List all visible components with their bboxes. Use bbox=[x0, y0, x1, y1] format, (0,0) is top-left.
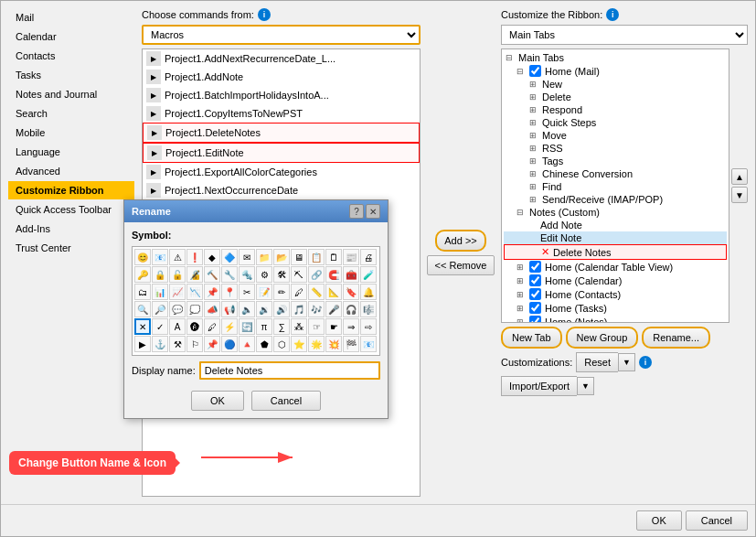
symbol-cell[interactable]: ⬡ bbox=[273, 336, 290, 352]
symbol-cell[interactable]: ⛏ bbox=[291, 266, 307, 283]
symbol-cell[interactable]: 🎶 bbox=[308, 301, 325, 317]
symbol-cell[interactable]: ⚡ bbox=[221, 318, 238, 335]
symbol-cell[interactable]: 📧 bbox=[152, 249, 168, 265]
symbol-cell[interactable]: ✏ bbox=[273, 284, 290, 300]
symbol-cell[interactable]: 💥 bbox=[325, 336, 342, 352]
tree-item[interactable]: ⊞ Home (Calendar) bbox=[504, 274, 727, 287]
scroll-down-button[interactable]: ▼ bbox=[731, 187, 748, 203]
symbol-cell[interactable]: 🔩 bbox=[239, 266, 255, 283]
list-item-deletenotes[interactable]: ▶ Project1.DeleteNotes bbox=[143, 123, 420, 143]
sidebar-item-search[interactable]: Search bbox=[8, 104, 134, 123]
symbol-cell[interactable]: 🌟 bbox=[308, 336, 325, 352]
symbol-cell[interactable]: 💬 bbox=[169, 301, 186, 317]
rename-cancel-button[interactable]: Cancel bbox=[251, 391, 321, 411]
tree-item-chinese-conversion[interactable]: ⊞ Chinese Conversion bbox=[504, 167, 727, 180]
scroll-up-button[interactable]: ▲ bbox=[731, 168, 748, 185]
symbol-cell[interactable]: 📌 bbox=[204, 336, 220, 352]
new-group-button[interactable]: New Group bbox=[566, 327, 639, 349]
symbol-cell[interactable]: 📰 bbox=[343, 249, 359, 265]
symbol-cell[interactable]: 📊 bbox=[152, 284, 168, 300]
symbol-cell[interactable]: 🧪 bbox=[360, 266, 377, 283]
import-export-arrow[interactable]: ▼ bbox=[577, 377, 594, 395]
symbol-cell[interactable]: 🔎 bbox=[152, 301, 168, 317]
symbol-cell[interactable]: 📏 bbox=[308, 284, 325, 300]
tree-item[interactable]: ⊞ Home (Calendar Table View) bbox=[504, 260, 727, 274]
symbol-cell[interactable]: 🔈 bbox=[239, 301, 255, 317]
sidebar-item-advanced[interactable]: Advanced bbox=[8, 162, 134, 180]
list-item[interactable]: ▶ Project1.CopyItemsToNewPST bbox=[143, 104, 420, 123]
symbol-cell[interactable]: 📁 bbox=[256, 249, 272, 265]
sidebar-item-customize-ribbon[interactable]: Customize Ribbon bbox=[8, 181, 134, 199]
tree-item[interactable]: ⊟ Home (Mail) bbox=[504, 64, 727, 78]
tree-item[interactable]: ⊞ Find bbox=[504, 180, 727, 193]
symbol-cell-selected[interactable]: ✕ bbox=[134, 318, 151, 335]
symbol-cell[interactable]: ⚠ bbox=[169, 249, 186, 265]
sidebar-item-mail[interactable]: Mail bbox=[8, 8, 134, 27]
tree-checkbox[interactable] bbox=[529, 274, 541, 286]
symbol-cell[interactable]: 🎤 bbox=[325, 301, 342, 317]
symbol-cell[interactable]: ✓ bbox=[152, 318, 168, 335]
symbol-cell[interactable]: 🧰 bbox=[343, 266, 359, 283]
symbol-cell[interactable]: 🔺 bbox=[239, 336, 255, 352]
symbol-cell[interactable]: π bbox=[256, 318, 272, 335]
tree-checkbox[interactable] bbox=[529, 65, 541, 77]
symbol-cell[interactable]: 🔵 bbox=[221, 336, 238, 352]
tree-item-notes-custom[interactable]: ⊟ Notes (Custom) bbox=[504, 206, 727, 219]
tree-checkbox[interactable] bbox=[529, 316, 541, 323]
symbol-cell[interactable]: 🔍 bbox=[134, 301, 151, 317]
symbol-cell[interactable]: 🔗 bbox=[308, 266, 325, 283]
symbol-cell[interactable]: 📂 bbox=[273, 249, 290, 265]
symbol-cell[interactable]: 📣 bbox=[204, 301, 220, 317]
ok-button[interactable]: OK bbox=[636, 510, 682, 531]
list-item[interactable]: ▶ Project1.AddNote bbox=[143, 68, 420, 86]
list-item[interactable]: ▶ Project1.NextOccurrenceDate bbox=[143, 181, 420, 199]
symbol-cell[interactable]: 🧲 bbox=[325, 266, 342, 283]
symbol-cell[interactable]: ⇒ bbox=[343, 318, 359, 335]
sidebar-item-calendar[interactable]: Calendar bbox=[8, 27, 134, 46]
macros-dropdown[interactable]: Macros All Commands Popular Commands bbox=[142, 25, 421, 45]
reset-info-icon[interactable]: i bbox=[639, 356, 652, 369]
symbol-cell[interactable]: 🛠 bbox=[273, 266, 290, 283]
symbol-cell[interactable]: 🔖 bbox=[343, 284, 359, 300]
symbol-cell[interactable]: A bbox=[169, 318, 186, 335]
customize-info-icon[interactable]: i bbox=[606, 8, 619, 21]
symbol-cell[interactable]: 🔷 bbox=[221, 249, 238, 265]
symbol-cell[interactable]: 🔨 bbox=[204, 266, 220, 283]
symbol-cell[interactable]: 🖨 bbox=[360, 249, 377, 265]
symbol-cell[interactable]: ⚒ bbox=[169, 336, 186, 352]
symbol-cell[interactable]: ⁂ bbox=[291, 318, 307, 335]
symbol-cell[interactable]: 📋 bbox=[308, 249, 325, 265]
reset-dropdown-arrow[interactable]: ▼ bbox=[618, 353, 635, 371]
symbol-cell[interactable]: 🎼 bbox=[360, 301, 377, 317]
symbol-cell[interactable]: ⚓ bbox=[152, 336, 168, 352]
tree-item[interactable]: ⊞ Home (Contacts) bbox=[504, 287, 727, 301]
ribbon-tabs-dropdown[interactable]: Main Tabs Tool Tabs All Tabs bbox=[501, 25, 748, 45]
list-item[interactable]: ▶ Project1.AddNextRecurrenceDate_L... bbox=[143, 49, 420, 68]
symbol-cell[interactable]: 😊 bbox=[134, 249, 151, 265]
symbol-cell[interactable]: ∑ bbox=[273, 318, 290, 335]
symbol-cell[interactable]: 🎧 bbox=[343, 301, 359, 317]
symbol-cell[interactable]: 📉 bbox=[186, 284, 203, 300]
tree-item[interactable]: ⊞ Home (Notes) bbox=[504, 315, 727, 323]
symbol-cell[interactable]: 🗂 bbox=[134, 284, 151, 300]
tree-item-add-note[interactable]: Add Note bbox=[504, 219, 727, 231]
symbol-cell[interactable]: 📌 bbox=[204, 284, 220, 300]
tree-item-edit-note[interactable]: Edit Note bbox=[504, 231, 727, 244]
tree-item-new[interactable]: ⊞ New bbox=[504, 78, 727, 91]
symbol-cell[interactable]: 📈 bbox=[169, 284, 186, 300]
tree-checkbox[interactable] bbox=[529, 288, 541, 300]
symbol-cell[interactable]: 🔉 bbox=[256, 301, 272, 317]
symbol-cell[interactable]: ☞ bbox=[308, 318, 325, 335]
symbol-cell[interactable]: ◆ bbox=[204, 249, 220, 265]
symbol-cell[interactable]: 🖊 bbox=[291, 284, 307, 300]
symbol-cell[interactable]: 🔔 bbox=[360, 284, 377, 300]
cancel-button[interactable]: Cancel bbox=[686, 510, 748, 531]
reset-button[interactable]: Reset bbox=[576, 352, 618, 372]
sidebar-item-notes[interactable]: Notes and Journal bbox=[8, 85, 134, 103]
sidebar-item-tasks[interactable]: Tasks bbox=[8, 66, 134, 84]
tree-checkbox[interactable] bbox=[529, 261, 541, 273]
tree-item[interactable]: ⊞ Quick Steps bbox=[504, 116, 727, 129]
help-button[interactable]: ? bbox=[349, 204, 364, 219]
symbol-cell[interactable]: 🎵 bbox=[291, 301, 307, 317]
sidebar-item-addins[interactable]: Add-Ins bbox=[8, 220, 134, 238]
